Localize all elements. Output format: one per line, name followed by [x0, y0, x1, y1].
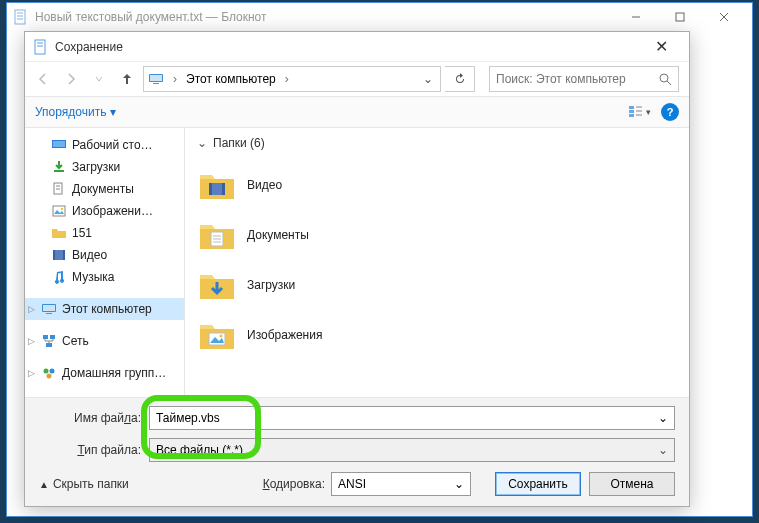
- nav-up-button[interactable]: [115, 67, 139, 91]
- hide-folders-label: Скрыть папки: [53, 477, 129, 491]
- filename-value: Таймер.vbs: [156, 411, 220, 425]
- svg-point-14: [660, 74, 668, 82]
- hide-folders-button[interactable]: ▲ Скрыть папки: [39, 477, 129, 491]
- save-button[interactable]: Сохранить: [495, 472, 581, 496]
- svg-rect-12: [150, 75, 162, 81]
- filename-input[interactable]: Таймер.vbs ⌄: [149, 406, 675, 430]
- sidebar-item-documents[interactable]: Документы: [25, 178, 184, 200]
- group-header-folders[interactable]: ⌄ Папки (6): [197, 136, 677, 150]
- sidebar-item-label: Домашняя групп…: [62, 366, 166, 380]
- notepad-icon: [13, 9, 29, 25]
- cancel-button-label: Отмена: [610, 477, 653, 491]
- sidebar-item-pictures[interactable]: Изображени…: [25, 200, 184, 222]
- sidebar-item-downloads[interactable]: Загрузки: [25, 156, 184, 178]
- dialog-title: Сохранение: [55, 40, 641, 54]
- breadcrumb-location[interactable]: Этот компьютер: [186, 72, 276, 86]
- sidebar-item-homegroup[interactable]: ▷ Домашняя групп…: [25, 362, 184, 384]
- svg-point-46: [47, 374, 52, 379]
- sidebar-item-desktop[interactable]: Рабочий сто…: [25, 134, 184, 156]
- sidebar-item-label: Этот компьютер: [62, 302, 152, 316]
- downloads-folder-icon: [197, 265, 237, 305]
- sidebar-item-label: Видео: [72, 248, 107, 262]
- address-bar[interactable]: › Этот компьютер › ⌄: [143, 66, 441, 92]
- svg-rect-23: [53, 141, 65, 147]
- refresh-button[interactable]: [445, 66, 475, 92]
- svg-point-56: [220, 335, 223, 338]
- svg-rect-17: [629, 110, 634, 113]
- expand-icon[interactable]: ▷: [28, 304, 38, 314]
- breadcrumb-chevron-icon[interactable]: ›: [170, 72, 180, 86]
- filetype-combo[interactable]: Все файлы (*.*) ⌄: [149, 438, 675, 462]
- folder-item-videos[interactable]: Видео: [197, 160, 677, 210]
- organize-label: Упорядочить: [35, 105, 106, 119]
- folder-label: Загрузки: [247, 278, 295, 292]
- svg-rect-33: [63, 250, 65, 260]
- sidebar-item-music[interactable]: Музыка: [25, 266, 184, 288]
- documents-folder-icon: [197, 215, 237, 255]
- maximize-button[interactable]: [658, 3, 702, 31]
- nav-back-button[interactable]: [31, 67, 55, 91]
- encoding-combo[interactable]: ANSI ⌄: [331, 472, 471, 496]
- dropdown-icon[interactable]: ⌄: [454, 477, 464, 491]
- dropdown-icon: ▾: [646, 107, 651, 117]
- organize-button[interactable]: Упорядочить ▾: [35, 105, 116, 119]
- dialog-close-button[interactable]: ✕: [641, 32, 681, 62]
- svg-rect-28: [53, 206, 65, 216]
- svg-rect-5: [676, 13, 684, 21]
- nav-forward-button[interactable]: [59, 67, 83, 91]
- sidebar-item-folder-151[interactable]: 151: [25, 222, 184, 244]
- breadcrumb-chevron-icon[interactable]: ›: [282, 72, 292, 86]
- folder-item-downloads[interactable]: Загрузки: [197, 260, 677, 310]
- dialog-icon: [33, 39, 49, 55]
- svg-rect-8: [35, 40, 45, 54]
- search-box[interactable]: [489, 66, 679, 92]
- sidebar-item-this-pc[interactable]: ▷ Этот компьютер: [25, 298, 184, 320]
- save-dialog: Сохранение ✕ › Этот компьютер › ⌄ Упоряд…: [24, 31, 690, 507]
- svg-rect-18: [629, 114, 634, 117]
- nav-recent-button[interactable]: [87, 67, 111, 91]
- sidebar-item-label: Документы: [72, 182, 134, 196]
- sidebar-item-network[interactable]: ▷ Сеть: [25, 330, 184, 352]
- sidebar-item-label: Музыка: [72, 270, 114, 284]
- help-button[interactable]: ?: [661, 103, 679, 121]
- folder-item-pictures[interactable]: Изображения: [197, 310, 677, 360]
- view-mode-button[interactable]: ▾: [628, 104, 651, 120]
- pictures-icon: [51, 203, 67, 219]
- dropdown-icon[interactable]: ⌄: [658, 411, 668, 425]
- svg-rect-36: [46, 313, 52, 314]
- svg-rect-0: [15, 10, 25, 24]
- network-icon: [41, 333, 57, 349]
- expand-icon[interactable]: ▷: [28, 368, 38, 378]
- svg-point-45: [50, 369, 55, 374]
- minimize-button[interactable]: [614, 3, 658, 31]
- search-icon: [659, 73, 672, 86]
- svg-rect-39: [46, 343, 52, 347]
- cancel-button[interactable]: Отмена: [589, 472, 675, 496]
- folder-item-documents[interactable]: Документы: [197, 210, 677, 260]
- dropdown-icon[interactable]: ⌄: [658, 443, 668, 457]
- sidebar-item-label: 151: [72, 226, 92, 240]
- folder-icon: [51, 225, 67, 241]
- sidebar-item-label: Загрузки: [72, 160, 120, 174]
- save-button-label: Сохранить: [508, 477, 568, 491]
- desktop-icon: [51, 137, 67, 153]
- svg-point-44: [44, 369, 49, 374]
- svg-rect-48: [209, 183, 212, 195]
- address-dropdown-icon[interactable]: ⌄: [420, 72, 436, 86]
- svg-point-30: [61, 208, 63, 210]
- close-button[interactable]: [702, 3, 746, 31]
- folder-label: Документы: [247, 228, 309, 242]
- dropdown-icon: ▾: [110, 105, 116, 119]
- homegroup-icon: [41, 365, 57, 381]
- search-input[interactable]: [496, 72, 655, 86]
- svg-rect-37: [43, 335, 48, 339]
- svg-rect-35: [43, 305, 55, 311]
- expand-icon[interactable]: ▷: [28, 336, 38, 346]
- documents-icon: [51, 181, 67, 197]
- content-pane: ⌄ Папки (6) Видео Документы Загрузки: [185, 128, 689, 397]
- videos-folder-icon: [197, 165, 237, 205]
- sidebar-item-videos[interactable]: Видео: [25, 244, 184, 266]
- music-icon: [51, 269, 67, 285]
- group-label: Папки (6): [213, 136, 265, 150]
- sidebar: Рабочий сто… Загрузки Документы Изображе…: [25, 128, 185, 397]
